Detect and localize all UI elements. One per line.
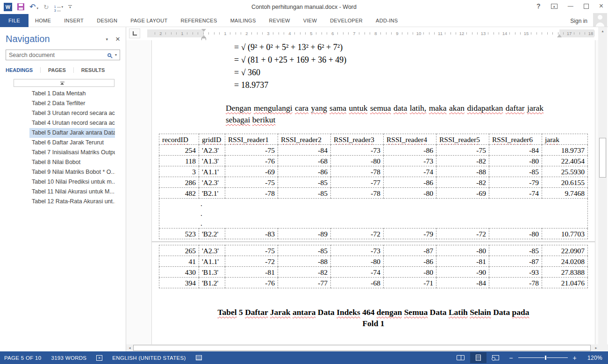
table-cell[interactable]: -87 [384, 245, 436, 256]
tab-references[interactable]: REFERENCES [174, 18, 223, 23]
table-cell[interactable]: -80 [436, 245, 489, 256]
nav-heading-item[interactable]: Tabel 10 Nilai Prediksi untuk m... [29, 177, 115, 187]
table-cell[interactable]: -80 [489, 228, 542, 239]
nav-heading-item[interactable]: Tabel 12 Rata-Rata Akurasi unt... [29, 197, 115, 207]
zoom-in-button[interactable]: + [569, 354, 581, 362]
table-cell[interactable]: -86 [384, 256, 436, 267]
table-cell[interactable]: -86 [384, 145, 436, 156]
scroll-right-icon[interactable]: ▸ [593, 346, 600, 350]
table-cell[interactable]: 482 [159, 188, 199, 199]
table-cell[interactable]: 'A2.3' [199, 245, 225, 256]
table-header-cell[interactable]: jarak [542, 134, 588, 145]
table-cell[interactable]: -71 [384, 278, 436, 288]
table-cell[interactable]: -85 [489, 166, 542, 177]
vertical-scrollbar-thumb[interactable] [599, 138, 606, 178]
macro-recording-icon[interactable] [196, 355, 202, 360]
table-cell[interactable]: -78 [331, 166, 384, 177]
search-input[interactable] [9, 52, 107, 58]
table-cell[interactable]: 3 [159, 166, 199, 177]
nav-heading-item[interactable]: Tabel 5 Daftar Jarak antara Data... [29, 128, 115, 138]
maximize-icon[interactable] [584, 4, 589, 9]
collapse-heading-button[interactable] [14, 79, 114, 87]
search-box[interactable]: ▾ [6, 50, 120, 60]
table-cell[interactable]: 25.5930 [542, 166, 588, 177]
table-cell[interactable]: -85 [278, 245, 331, 256]
right-indent-marker[interactable] [557, 34, 562, 37]
table-cell[interactable]: -84 [278, 145, 331, 156]
numbering-button[interactable]: 13▾ [54, 1, 63, 12]
table-cell[interactable]: -75 [225, 177, 278, 188]
table-cell[interactable]: -75 [225, 145, 278, 156]
ribbon-display-options-icon[interactable]: ▲ [551, 4, 558, 9]
nav-tab-pages[interactable]: PAGES [40, 67, 73, 73]
tab-file[interactable]: FILE [0, 14, 29, 27]
table-ellipsis-cell[interactable]: ... [159, 199, 588, 228]
tab-mailings[interactable]: MAILINGS [224, 18, 263, 23]
table-cell[interactable]: 430 [159, 267, 199, 278]
table-cell[interactable]: 'A1.1' [199, 166, 225, 177]
tab-insert[interactable]: INSERT [57, 18, 90, 23]
search-icon[interactable] [107, 53, 111, 57]
print-layout-button[interactable] [470, 352, 486, 363]
tab-selector-button[interactable] [129, 29, 140, 38]
tab-add-ins[interactable]: ADD-INS [369, 18, 404, 23]
table-cell[interactable]: -79 [489, 177, 542, 188]
table-header-cell[interactable]: RSSI_reader5 [436, 134, 489, 145]
table-caption[interactable]: Tabel 5 Daftar Jarak antara Data Indeks … [217, 307, 529, 329]
zoom-level[interactable]: 120% [587, 355, 602, 361]
table-cell[interactable]: 27.8388 [542, 267, 588, 278]
table-cell[interactable]: -82 [436, 156, 489, 166]
table-cell[interactable]: -79 [384, 228, 436, 239]
table-cell[interactable]: -75 [225, 245, 278, 256]
table-cell[interactable]: 21.0476 [542, 278, 588, 288]
table-cell[interactable]: -76 [225, 156, 278, 166]
navigation-close-icon[interactable]: × [115, 36, 120, 43]
table-cell[interactable]: 22.4054 [542, 156, 588, 166]
table-cell[interactable]: -72 [225, 256, 278, 267]
table-cell[interactable]: -76 [225, 278, 278, 288]
table-cell[interactable]: 18.9737 [542, 145, 588, 156]
word-logo-icon[interactable]: W [4, 3, 12, 11]
table-cell[interactable]: 'B2.1' [199, 188, 225, 199]
scroll-up-icon[interactable]: ▴ [598, 27, 607, 35]
table-cell[interactable]: 'A2.3' [199, 145, 225, 156]
horizontal-scrollbar-thumb[interactable] [133, 345, 591, 351]
table-cell[interactable]: -74 [331, 267, 384, 278]
table-cell[interactable]: -72 [436, 228, 489, 239]
table-cell[interactable]: -84 [436, 278, 489, 288]
zoom-slider-thumb[interactable] [544, 355, 547, 360]
table-cell[interactable]: 22.0907 [542, 245, 588, 256]
minimize-icon[interactable]: — [568, 3, 573, 9]
table-cell[interactable]: -74 [489, 188, 542, 199]
close-icon[interactable]: × [599, 2, 603, 10]
table-cell[interactable]: 286 [159, 177, 199, 188]
nav-heading-item[interactable]: Tabel 7 Inisialisasi Matriks Output [29, 148, 115, 157]
table-cell[interactable]: -84 [489, 145, 542, 156]
hanging-indent-marker[interactable] [201, 33, 206, 38]
table-cell[interactable]: -75 [436, 145, 489, 156]
table-cell[interactable]: 394 [159, 278, 199, 288]
nav-heading-item[interactable]: Tabel 1 Data Mentah [29, 89, 115, 99]
word-count[interactable]: 3193 WORDS [51, 355, 86, 361]
table-cell[interactable]: -73 [384, 156, 436, 166]
table-cell[interactable]: -82 [278, 267, 331, 278]
table-cell[interactable]: 'B1.3' [199, 267, 225, 278]
table-cell[interactable]: -68 [278, 156, 331, 166]
navigation-options-chevron-icon[interactable]: ▾ [106, 37, 108, 42]
tab-review[interactable]: REVIEW [263, 18, 297, 23]
table-cell[interactable]: -86 [384, 177, 436, 188]
table-cell[interactable]: -83 [225, 228, 278, 239]
document-page[interactable]: = √ (9² + 0² + 5² + 13² + 6² + 7²)= √ (8… [151, 40, 595, 344]
table-header-cell[interactable]: gridID [199, 134, 225, 145]
nav-heading-item[interactable]: Tabel 6 Daftar Jarak Terurut [29, 138, 115, 148]
table-cell[interactable]: -80 [331, 156, 384, 166]
nav-tab-headings[interactable]: HEADINGS [6, 67, 40, 73]
table-cell[interactable]: 41 [159, 256, 199, 267]
table-header-cell[interactable]: RSSI_reader1 [225, 134, 278, 145]
nav-heading-item[interactable]: Tabel 9 Nilai Matriks Bobot * O... [29, 167, 115, 177]
table-cell[interactable]: -81 [225, 267, 278, 278]
formula-block[interactable]: = √ (9² + 0² + 5² + 13² + 6² + 7²)= √ (8… [234, 41, 595, 92]
read-mode-button[interactable] [451, 353, 470, 363]
table-cell[interactable]: -85 [278, 177, 331, 188]
table-cell[interactable]: -78 [225, 188, 278, 199]
